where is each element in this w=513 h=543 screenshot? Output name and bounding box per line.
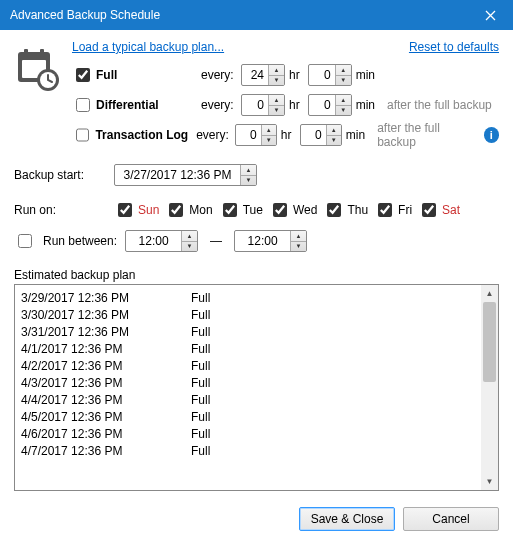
stepper-down-icon[interactable]: ▼ (262, 136, 276, 146)
stepper-up-icon[interactable]: ▲ (241, 165, 256, 176)
stepper-up-icon[interactable]: ▲ (327, 125, 341, 136)
backup-start-row: Backup start: 3/27/2017 12:36 PM ▲▼ (14, 164, 499, 186)
plan-time: 4/2/2017 12:36 PM (21, 359, 191, 373)
plan-type: Full (191, 308, 210, 322)
list-item[interactable]: 3/31/2017 12:36 PMFull (15, 323, 481, 340)
day-checkbox-mon[interactable] (169, 203, 183, 217)
cancel-button[interactable]: Cancel (403, 507, 499, 531)
info-icon[interactable]: i (484, 127, 499, 143)
day-label: Thu (347, 203, 368, 217)
day-checkbox-thu[interactable] (327, 203, 341, 217)
backup-start-label: Backup start: (14, 168, 114, 182)
list-item[interactable]: 4/3/2017 12:36 PMFull (15, 374, 481, 391)
scrollbar[interactable]: ▲ ▼ (481, 285, 498, 490)
diff-min-value[interactable]: 0 (309, 95, 335, 115)
stepper-down-icon[interactable]: ▼ (269, 76, 284, 86)
plan-type: Full (191, 342, 210, 356)
stepper-up-icon[interactable]: ▲ (291, 231, 306, 242)
day-tue[interactable]: Tue (219, 200, 263, 220)
diff-min-stepper[interactable]: 0 ▲▼ (308, 94, 352, 116)
differential-checkbox[interactable] (76, 98, 90, 112)
stepper-down-icon[interactable]: ▼ (241, 176, 256, 186)
stepper-up-icon[interactable]: ▲ (262, 125, 276, 136)
plan-time: 4/6/2017 12:36 PM (21, 427, 191, 441)
save-close-button[interactable]: Save & Close (299, 507, 395, 531)
scroll-up-icon[interactable]: ▲ (481, 285, 498, 302)
stepper-up-icon[interactable]: ▲ (182, 231, 197, 242)
after-full-hint: after the full backup (377, 121, 477, 149)
txlog-checkbox[interactable] (76, 128, 89, 142)
day-checkbox-tue[interactable] (223, 203, 237, 217)
plan-time: 3/31/2017 12:36 PM (21, 325, 191, 339)
list-item[interactable]: 4/4/2017 12:36 PMFull (15, 391, 481, 408)
scroll-thumb[interactable] (483, 302, 496, 382)
scroll-track[interactable] (481, 302, 498, 473)
list-item[interactable]: 4/5/2017 12:36 PMFull (15, 408, 481, 425)
list-item[interactable]: 3/29/2017 12:36 PMFull (15, 289, 481, 306)
day-label: Sun (138, 203, 159, 217)
day-checkbox-fri[interactable] (378, 203, 392, 217)
run-between-from-value[interactable]: 12:00 PM (126, 231, 181, 251)
run-between-checkbox[interactable] (18, 234, 32, 248)
day-fri[interactable]: Fri (374, 200, 412, 220)
every-label: every: (201, 98, 241, 112)
day-checkbox-sat[interactable] (422, 203, 436, 217)
window-title: Advanced Backup Schedule (10, 8, 468, 22)
calendar-clock-icon (14, 46, 62, 94)
min-unit: min (356, 98, 375, 112)
stepper-up-icon[interactable]: ▲ (269, 95, 284, 106)
stepper-down-icon[interactable]: ▼ (327, 136, 341, 146)
list-item[interactable]: 4/7/2017 12:36 PMFull (15, 442, 481, 459)
stepper-up-icon[interactable]: ▲ (336, 95, 351, 106)
run-between-to-value[interactable]: 12:00 PM (235, 231, 290, 251)
txlog-min-value[interactable]: 0 (301, 125, 326, 145)
plan-type: Full (191, 444, 210, 458)
row-differential: Differential every: 0 ▲▼ hr 0 ▲▼ min aft… (72, 90, 499, 120)
day-checkbox-sun[interactable] (118, 203, 132, 217)
day-sat[interactable]: Sat (418, 200, 460, 220)
stepper-up-icon[interactable]: ▲ (336, 65, 351, 76)
scroll-down-icon[interactable]: ▼ (481, 473, 498, 490)
plan-type: Full (191, 410, 210, 424)
svg-rect-3 (40, 49, 44, 57)
list-item[interactable]: 4/1/2017 12:36 PMFull (15, 340, 481, 357)
day-thu[interactable]: Thu (323, 200, 368, 220)
txlog-hr-value[interactable]: 0 (236, 125, 261, 145)
txlog-hr-stepper[interactable]: 0 ▲▼ (235, 124, 277, 146)
differential-label: Differential (96, 98, 201, 112)
day-wed[interactable]: Wed (269, 200, 317, 220)
day-mon[interactable]: Mon (165, 200, 212, 220)
plan-time: 4/1/2017 12:36 PM (21, 342, 191, 356)
close-button[interactable] (468, 0, 513, 30)
run-on-row: Run on: SunMonTueWedThuFriSat (14, 200, 499, 220)
day-label: Fri (398, 203, 412, 217)
full-min-value[interactable]: 0 (309, 65, 335, 85)
run-between-to-input[interactable]: 12:00 PM ▲▼ (234, 230, 307, 252)
stepper-down-icon[interactable]: ▼ (336, 76, 351, 86)
dialog-footer: Save & Close Cancel (0, 501, 513, 543)
list-item[interactable]: 4/6/2017 12:36 PMFull (15, 425, 481, 442)
day-sun[interactable]: Sun (114, 200, 159, 220)
run-between-from-input[interactable]: 12:00 PM ▲▼ (125, 230, 198, 252)
full-min-stepper[interactable]: 0 ▲▼ (308, 64, 352, 86)
full-hr-value[interactable]: 24 (242, 65, 268, 85)
stepper-down-icon[interactable]: ▼ (269, 106, 284, 116)
reset-defaults-link[interactable]: Reset to defaults (409, 40, 499, 54)
txlog-min-stepper[interactable]: 0 ▲▼ (300, 124, 342, 146)
full-hr-stepper[interactable]: 24 ▲▼ (241, 64, 285, 86)
list-item[interactable]: 4/2/2017 12:36 PMFull (15, 357, 481, 374)
full-checkbox[interactable] (76, 68, 90, 82)
stepper-down-icon[interactable]: ▼ (336, 106, 351, 116)
diff-hr-value[interactable]: 0 (242, 95, 268, 115)
stepper-up-icon[interactable]: ▲ (269, 65, 284, 76)
stepper-down-icon[interactable]: ▼ (182, 242, 197, 252)
list-item[interactable]: 3/30/2017 12:36 PMFull (15, 306, 481, 323)
diff-hr-stepper[interactable]: 0 ▲▼ (241, 94, 285, 116)
day-label: Mon (189, 203, 212, 217)
dash-label: — (210, 234, 222, 248)
stepper-down-icon[interactable]: ▼ (291, 242, 306, 252)
load-typical-plan-link[interactable]: Load a typical backup plan... (72, 40, 224, 54)
day-checkbox-wed[interactable] (273, 203, 287, 217)
backup-start-value[interactable]: 3/27/2017 12:36 PM (115, 165, 240, 185)
backup-start-input[interactable]: 3/27/2017 12:36 PM ▲▼ (114, 164, 257, 186)
